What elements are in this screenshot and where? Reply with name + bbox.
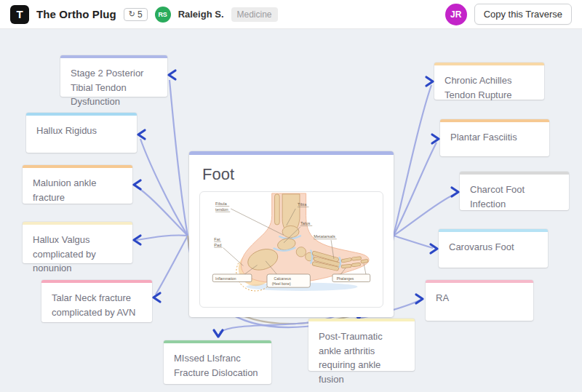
node-card-missed-lisfranc[interactable]: MIssed LIsfranc Fracture Dislocation bbox=[164, 340, 271, 384]
app-logo-letter: T bbox=[16, 8, 23, 20]
edge-foot-talar-neck bbox=[156, 236, 188, 295]
node-card-ra[interactable]: RA bbox=[426, 280, 533, 321]
traverse-count-badge[interactable]: ↻ 5 bbox=[124, 8, 148, 21]
label-phalanges: Phalanges bbox=[337, 277, 354, 281]
node-card-talar-neck-avn[interactable]: Talar Neck fracture complicated by AVN bbox=[41, 280, 152, 322]
traverse-icon: ↻ bbox=[129, 10, 135, 18]
label-talus: Talus bbox=[300, 221, 311, 225]
node-card-malunion-ankle-fracture[interactable]: Malunion ankle fracture bbox=[23, 165, 132, 204]
foot-anatomy-illustration: Fibula tendon Tibia Talus Fat Pad Metata… bbox=[200, 192, 383, 307]
arrowhead-charcot bbox=[452, 188, 458, 196]
node-card-charcot-foot-infection[interactable]: Charcot Foot Infection bbox=[460, 172, 569, 210]
node-label: Chronic Achilles Tendon Rupture bbox=[445, 75, 512, 100]
label-tendon: tendon bbox=[215, 207, 228, 212]
node-card-post-traumatic-ankle-arthritis[interactable]: Post-Traumatic ankle arthritis requiring… bbox=[308, 319, 415, 371]
app-title: The Ortho Plug bbox=[36, 8, 116, 20]
edge-foot-malunion bbox=[137, 187, 188, 236]
node-card-stage2-posterior-tibial[interactable]: Stage 2 Posterior Tibial Tendon Dysfunct… bbox=[60, 55, 167, 97]
arrowhead-ra bbox=[416, 295, 423, 303]
node-label: Stage 2 Posterior Tibial Tendon Dysfunct… bbox=[71, 68, 143, 107]
app-logo[interactable]: T bbox=[10, 5, 29, 24]
label-heel-bone: (Heel bone) bbox=[272, 282, 291, 286]
graph-canvas[interactable]: Stage 2 Posterior Tibial Tendon Dysfunct… bbox=[0, 29, 582, 392]
node-card-hallux-rigidus[interactable]: Hallux Rigidus bbox=[26, 113, 137, 153]
arrowhead-hallux-valgus bbox=[134, 236, 140, 244]
label-calcaneus: Calcaneus bbox=[274, 277, 292, 281]
arrowhead-plantar bbox=[432, 135, 439, 143]
node-label: Malunion ankle fracture bbox=[33, 177, 96, 203]
leader-fat-pad bbox=[223, 248, 244, 266]
owner-avatar[interactable]: RS bbox=[155, 7, 171, 23]
node-label: Post-Traumatic ankle arthritis requiring… bbox=[319, 331, 383, 385]
subject-badge: Medicine bbox=[231, 7, 278, 22]
arrowhead-achilles bbox=[426, 77, 433, 86]
top-bar: T The Ortho Plug ↻ 5 RS Raleigh S. Medic… bbox=[0, 0, 582, 29]
user-avatar[interactable]: JR bbox=[445, 4, 467, 25]
edge-foot-hallux-rigidus bbox=[140, 139, 188, 236]
node-card-carovarus-foot[interactable]: Carovarus Foot bbox=[439, 229, 548, 268]
edge-foot-hallux-valgus bbox=[137, 235, 188, 240]
node-card-hallux-valgus-nonunion[interactable]: Hallux Valgus complicated by nonunion bbox=[23, 222, 132, 263]
label-pad: Pad bbox=[214, 243, 221, 247]
node-label: Hallux Valgus complicated by nonunion bbox=[33, 234, 96, 273]
arrowhead-lisfranc bbox=[214, 330, 223, 337]
edge-foot-stage2 bbox=[170, 80, 188, 236]
node-label: MIssed LIsfranc Fracture Dislocation bbox=[174, 353, 258, 378]
traverse-count: 5 bbox=[137, 9, 143, 20]
arrowhead-hallux-rigidus bbox=[138, 130, 145, 139]
node-label: Charcot Foot Infection bbox=[470, 184, 525, 209]
center-node-foot[interactable]: Foot bbox=[189, 151, 394, 317]
edge-foot-achilles bbox=[394, 85, 431, 236]
node-label: Hallux Rigidus bbox=[36, 125, 97, 136]
arrowhead-carovarus bbox=[431, 244, 437, 253]
copy-traverse-button[interactable]: Copy this Traverse bbox=[474, 4, 572, 25]
label-metatarsals: Metatarsals bbox=[314, 234, 335, 239]
node-card-plantar-fasciitis[interactable]: Plantar Fasciitis bbox=[440, 119, 549, 156]
foot-anatomy-diagram: Fibula tendon Tibia Talus Fat Pad Metata… bbox=[199, 191, 383, 308]
node-label: Talar Neck fracture complicated by AVN bbox=[52, 292, 135, 318]
label-inflammation: Inflammation bbox=[215, 277, 236, 281]
edge-foot-carovarus bbox=[394, 236, 433, 248]
label-fat: Fat bbox=[214, 237, 220, 241]
label-tibia: Tibia bbox=[298, 202, 307, 207]
arrowhead-stage2 bbox=[169, 71, 175, 79]
node-card-chronic-achilles-rupture[interactable]: Chronic Achilles Tendon Rupture bbox=[434, 63, 544, 100]
center-node-title: Foot bbox=[189, 155, 394, 191]
arrowhead-talar-neck bbox=[154, 293, 160, 302]
label-fibula: Fibula bbox=[215, 201, 227, 206]
edge-foot-plantar bbox=[394, 143, 436, 236]
arrowhead-malunion bbox=[134, 180, 140, 189]
node-label: Carovarus Foot bbox=[449, 241, 514, 252]
node-label: Plantar Fasciitis bbox=[450, 132, 517, 143]
node-label: RA bbox=[436, 292, 449, 303]
owner-name: Raleigh S. bbox=[178, 9, 224, 20]
